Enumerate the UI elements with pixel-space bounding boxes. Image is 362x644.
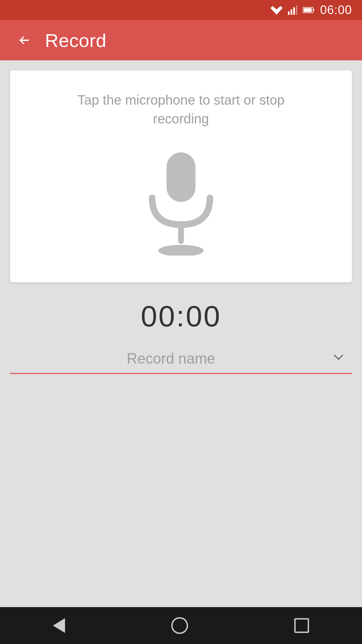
nav-home-icon [171, 617, 188, 634]
nav-recent-icon [294, 618, 309, 633]
back-button[interactable] [13, 30, 35, 51]
battery-icon [303, 6, 315, 14]
recording-card: Tap the microphone to start or stop reco… [10, 70, 352, 282]
svg-rect-7 [303, 8, 312, 12]
nav-back-icon [53, 618, 65, 633]
nav-recent-button[interactable] [281, 613, 322, 638]
recording-hint: Tap the microphone to start or stop reco… [64, 91, 298, 128]
svg-rect-3 [293, 7, 295, 15]
nav-bar [0, 607, 362, 644]
record-name-input[interactable] [13, 350, 328, 367]
status-bar: 06:00 [0, 0, 362, 20]
main-content: Tap the microphone to start or stop reco… [0, 60, 362, 607]
svg-rect-1 [288, 11, 290, 15]
nav-home-button[interactable] [158, 612, 201, 639]
app-bar: Record [0, 20, 362, 60]
status-icons: 06:00 [270, 3, 352, 17]
microphone-button[interactable] [137, 148, 225, 256]
chevron-down-icon[interactable] [328, 351, 349, 367]
microphone-icon[interactable] [137, 148, 225, 256]
svg-rect-6 [313, 9, 314, 11]
svg-rect-2 [291, 9, 292, 15]
signal-icon [288, 5, 297, 15]
record-name-row[interactable] [10, 350, 352, 374]
page-title: Record [45, 30, 107, 51]
timer-display: 00:00 [141, 299, 221, 333]
svg-rect-4 [296, 5, 297, 15]
svg-rect-8 [167, 152, 195, 202]
wifi-icon [270, 5, 283, 15]
svg-marker-0 [270, 6, 283, 15]
status-time: 06:00 [320, 3, 352, 17]
svg-point-10 [158, 245, 203, 256]
nav-back-button[interactable] [40, 613, 78, 638]
